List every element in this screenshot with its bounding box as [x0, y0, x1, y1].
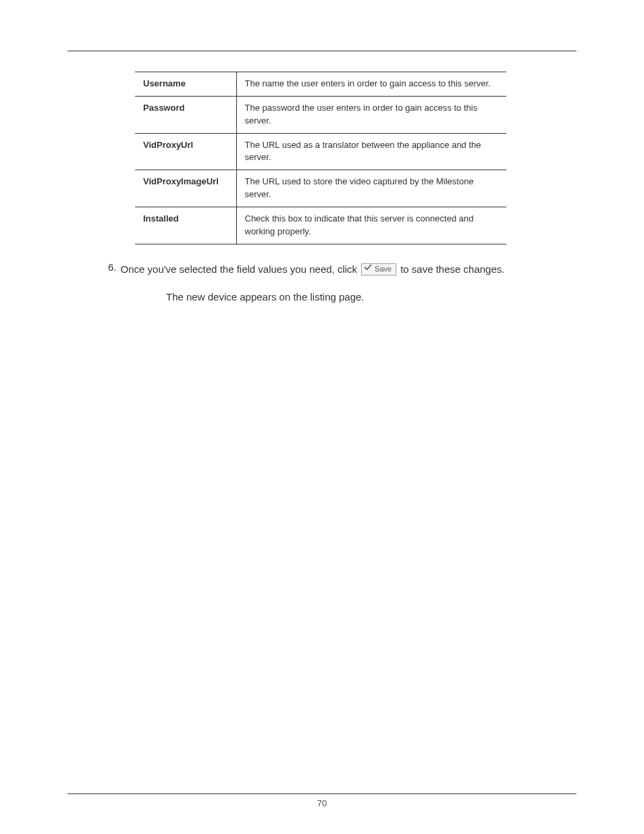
field-definitions-table: Username The name the user enters in ord… [135, 72, 506, 244]
field-description: The password the user enters in order to… [236, 96, 506, 133]
page-container: Username The name the user enters in ord… [0, 0, 644, 834]
table-row: VidProxyUrl The URL used as a translator… [135, 133, 506, 170]
list-item: 6. Once you've selected the field values… [108, 261, 576, 278]
save-button-label: Save [375, 263, 392, 276]
table-row: VidProxyImageUrl The URL used to store t… [135, 170, 506, 207]
instruction-text-after: to save these changes. [400, 261, 504, 278]
field-label: VidProxyImageUrl [135, 170, 236, 207]
page-number: 70 [68, 793, 576, 808]
page-footer: 70 [68, 793, 576, 808]
checkmark-icon [364, 263, 375, 276]
list-number: 6. [108, 261, 117, 273]
table-row: Password The password the user enters in… [135, 96, 506, 133]
field-description: The URL used to store the video captured… [236, 170, 506, 207]
save-button[interactable]: Save [361, 263, 396, 276]
instruction-text-before: Once you've selected the field values yo… [121, 261, 358, 278]
table-row: Username The name the user enters in ord… [135, 72, 506, 97]
field-label: Password [135, 96, 236, 133]
table-row: Installed Check this box to indicate tha… [135, 207, 506, 244]
field-label: VidProxyUrl [135, 133, 236, 170]
field-label: Username [135, 72, 236, 97]
field-description: Check this box to indicate that this ser… [236, 207, 506, 244]
top-rule [68, 51, 576, 51]
instruction-list: 6. Once you've selected the field values… [108, 261, 576, 303]
instruction-result-text: The new device appears on the listing pa… [166, 291, 576, 303]
field-label: Installed [135, 207, 236, 244]
field-description: The name the user enters in order to gai… [236, 72, 506, 97]
field-description: The URL used as a translator between the… [236, 133, 506, 170]
list-text: Once you've selected the field values yo… [121, 261, 505, 278]
